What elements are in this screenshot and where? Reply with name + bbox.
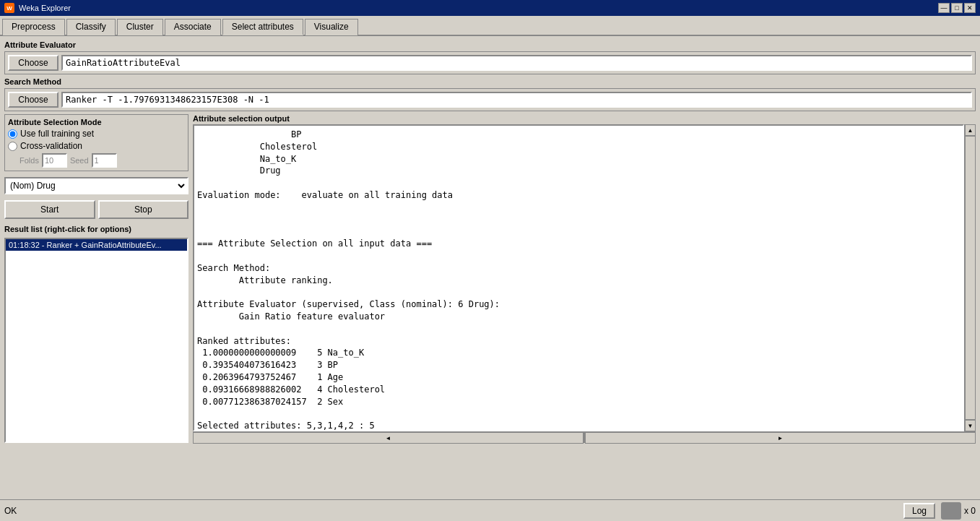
class-dropdown-row: (Nom) Drug — [4, 177, 188, 194]
output-label: Attribute selection output — [193, 114, 976, 123]
search-method-choose-button[interactable]: Choose — [8, 92, 58, 108]
tab-select-attributes[interactable]: Select attributes — [222, 19, 303, 35]
folds-label: Folds — [19, 156, 39, 165]
tabs-bar: Preprocess Classify Cluster Associate Se… — [0, 16, 980, 36]
output-area: BP Cholesterol Na_to_K Drug Evaluation m… — [193, 124, 964, 431]
tab-cluster[interactable]: Cluster — [117, 19, 163, 35]
tab-preprocess[interactable]: Preprocess — [2, 19, 65, 35]
radio-cross-validation-row: Cross-validation — [8, 141, 185, 151]
result-list-label: Result list (right-click for options) — [4, 225, 188, 233]
attr-selection-mode-label: Attribute Selection Mode — [8, 118, 185, 126]
output-wrapper: BP Cholesterol Na_to_K Drug Evaluation m… — [193, 124, 976, 431]
radio-full-training-label: Use full training set — [20, 129, 94, 139]
search-method-value: Ranker -T -1.7976931348623157E308 -N -1 — [61, 92, 972, 108]
search-method-box: Choose Ranker -T -1.7976931348623157E308… — [4, 88, 976, 111]
main-content: Attribute Evaluator Choose GainRatioAttr… — [0, 36, 980, 447]
title-bar: W Weka Explorer — □ ✕ — [0, 0, 980, 16]
maximize-button[interactable]: □ — [951, 3, 963, 13]
attribute-evaluator-choose-button[interactable]: Choose — [8, 55, 58, 71]
scroll-right-button[interactable]: ► — [585, 432, 976, 444]
attribute-evaluator-box: Choose GainRatioAttributeEval — [4, 51, 976, 74]
log-button[interactable]: Log — [903, 503, 935, 519]
class-dropdown[interactable]: (Nom) Drug — [4, 177, 188, 194]
result-item[interactable]: 01:18:32 - Ranker + GainRatioAttributeEv… — [6, 239, 187, 251]
seed-input[interactable] — [92, 153, 117, 168]
right-panel: Attribute selection output BP Cholestero… — [193, 114, 976, 443]
stop-button[interactable]: Stop — [98, 200, 189, 219]
attribute-selection-mode: Attribute Selection Mode Use full traini… — [4, 114, 188, 171]
cv-fields: Folds Seed — [19, 153, 185, 168]
tab-classify[interactable]: Classify — [66, 19, 116, 35]
result-list: 01:18:32 - Ranker + GainRatioAttributeEv… — [4, 238, 188, 443]
status-text: OK — [4, 506, 898, 516]
x0-area: x 0 — [941, 502, 976, 520]
folds-input[interactable] — [42, 153, 67, 168]
radio-cross-validation-label: Cross-validation — [20, 141, 82, 151]
scroll-track[interactable] — [965, 136, 976, 420]
scroll-down-button[interactable]: ▼ — [965, 420, 976, 431]
radio-cross-validation[interactable] — [8, 142, 17, 151]
tab-visualize[interactable]: Visualize — [305, 19, 358, 35]
action-buttons: Start Stop — [4, 200, 188, 219]
attribute-evaluator-label: Attribute Evaluator — [4, 40, 976, 49]
window-controls: — □ ✕ — [938, 3, 976, 13]
scroll-left-button[interactable]: ◄ — [193, 432, 584, 444]
app-icon: W — [4, 3, 14, 13]
start-button[interactable]: Start — [4, 200, 95, 219]
left-panel: Attribute Selection Mode Use full traini… — [4, 114, 188, 443]
seed-label: Seed — [70, 156, 89, 165]
minimize-button[interactable]: — — [938, 3, 950, 13]
attribute-evaluator-value: GainRatioAttributeEval — [61, 55, 972, 71]
middle-area: Attribute Selection Mode Use full traini… — [4, 114, 976, 443]
window-title: Weka Explorer — [19, 4, 71, 12]
close-button[interactable]: ✕ — [964, 3, 976, 13]
radio-full-training-row: Use full training set — [8, 129, 185, 139]
search-method-label: Search Method — [4, 77, 976, 86]
radio-full-training[interactable] — [8, 129, 17, 139]
horizontal-scrollbar[interactable]: ◄ ► — [193, 431, 976, 443]
status-bar: OK Log x 0 — [0, 499, 980, 521]
x0-label: x 0 — [964, 506, 976, 516]
bird-icon — [941, 502, 961, 520]
attribute-evaluator-section: Attribute Evaluator Choose GainRatioAttr… — [4, 40, 976, 74]
vertical-scrollbar[interactable]: ▲ ▼ — [964, 124, 976, 431]
search-method-section: Search Method Choose Ranker -T -1.797693… — [4, 77, 976, 111]
scroll-up-button[interactable]: ▲ — [965, 124, 976, 136]
tab-associate[interactable]: Associate — [165, 19, 221, 35]
